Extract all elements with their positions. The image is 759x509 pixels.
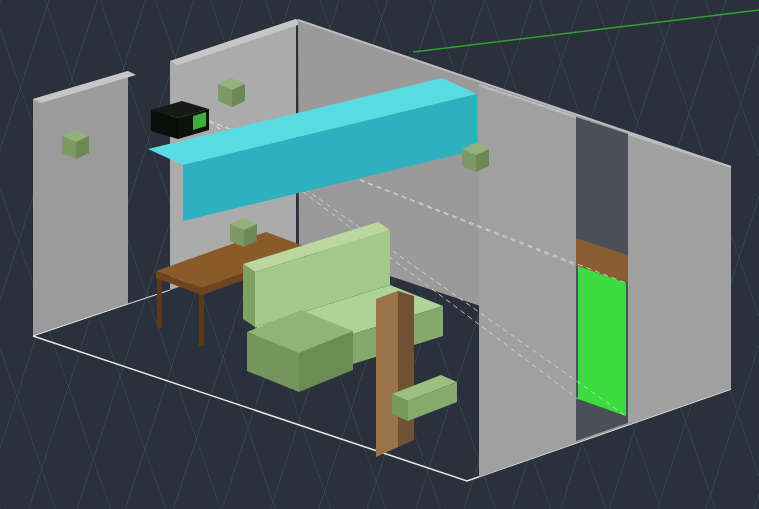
sofa-backrest-side[interactable] bbox=[243, 264, 255, 327]
front-wall[interactable] bbox=[479, 85, 731, 477]
y-axis-line bbox=[413, 10, 759, 52]
speaker-cube-back-wall[interactable] bbox=[462, 143, 489, 172]
cad-3d-viewport[interactable] bbox=[0, 0, 759, 509]
model-canvas[interactable] bbox=[0, 0, 759, 509]
table-leg[interactable] bbox=[157, 276, 162, 328]
speaker-cube-table[interactable] bbox=[230, 218, 257, 247]
table-leg[interactable] bbox=[199, 292, 204, 346]
projection-screen[interactable] bbox=[578, 266, 626, 416]
floor-left-gap-edge bbox=[128, 290, 170, 304]
left-wall-front-face[interactable] bbox=[33, 71, 128, 336]
wood-panel[interactable] bbox=[376, 291, 414, 457]
panel-side[interactable] bbox=[398, 291, 414, 447]
speaker-cube-left-back[interactable] bbox=[218, 78, 245, 107]
left-wall-front-segment[interactable] bbox=[33, 71, 136, 336]
speaker-cube-left-front[interactable] bbox=[62, 130, 89, 159]
panel-front[interactable] bbox=[376, 291, 398, 457]
